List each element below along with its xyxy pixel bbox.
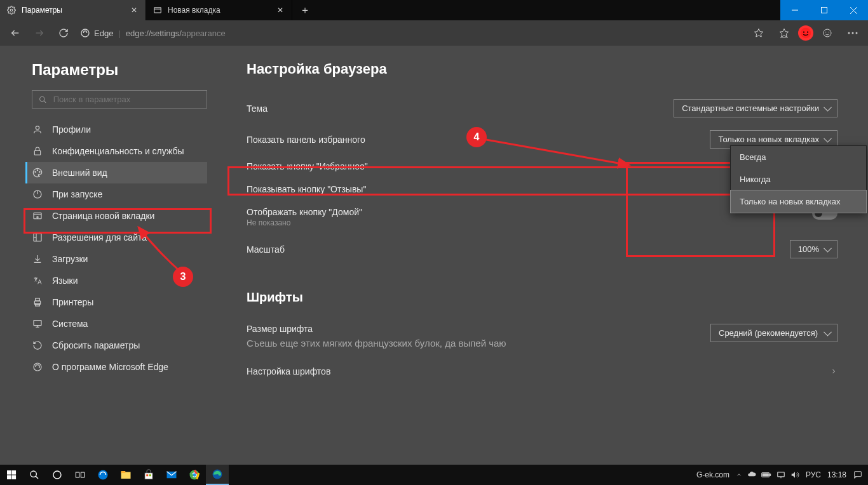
menu-button[interactable] bbox=[841, 22, 864, 44]
onedrive-icon bbox=[747, 470, 756, 479]
system-tray[interactable] bbox=[736, 470, 799, 479]
feedback-button[interactable] bbox=[816, 22, 839, 44]
feedback-label: Показывать кнопку "Отзывы" bbox=[247, 184, 366, 194]
zoom-select[interactable]: 100% bbox=[790, 240, 837, 258]
taskbar-time[interactable]: 13:18 bbox=[827, 470, 846, 479]
theme-select[interactable]: Стандартные системные настройки bbox=[674, 99, 837, 117]
search-input[interactable] bbox=[53, 95, 200, 104]
refresh-button[interactable] bbox=[52, 22, 75, 44]
svg-rect-50 bbox=[11, 470, 16, 475]
favbar-label: Показать панель избранного bbox=[247, 135, 365, 145]
svg-point-24 bbox=[36, 126, 39, 130]
chevron-up-icon bbox=[736, 472, 742, 478]
svg-rect-4 bbox=[822, 8, 827, 13]
maximize-button[interactable] bbox=[810, 0, 839, 20]
dropdown-option-always[interactable]: Всегда bbox=[731, 146, 866, 168]
window-controls bbox=[780, 0, 868, 20]
section-title: Настройка браузера bbox=[247, 61, 837, 77]
fontsize-label: Размер шрифта bbox=[247, 324, 506, 334]
taskbar-search[interactable] bbox=[23, 465, 46, 485]
fontsize-select[interactable]: Средний (рекомендуется) bbox=[710, 324, 837, 342]
close-window-button[interactable] bbox=[839, 0, 868, 20]
taskview-button[interactable] bbox=[69, 465, 92, 485]
svg-point-28 bbox=[39, 171, 40, 172]
sidebar-item-about[interactable]: О программе Microsoft Edge bbox=[25, 356, 207, 378]
url-text: edge://settings/appearance bbox=[126, 29, 226, 38]
new-tab-button[interactable]: ＋ bbox=[292, 0, 318, 20]
favorites-list-button[interactable] bbox=[773, 22, 796, 44]
taskbar-lang[interactable]: РУС bbox=[806, 470, 821, 479]
dropdown-option-never[interactable]: Никогда bbox=[731, 168, 866, 190]
svg-rect-43 bbox=[34, 321, 41, 326]
cortana-button[interactable] bbox=[46, 465, 69, 485]
svg-point-46 bbox=[34, 363, 41, 371]
settings-search[interactable] bbox=[32, 90, 207, 109]
sidebar-item-profiles[interactable]: Профили bbox=[25, 119, 207, 140]
profile-avatar[interactable] bbox=[798, 25, 813, 41]
tab-label: Параметры bbox=[22, 6, 124, 15]
taskbar-explorer[interactable] bbox=[114, 465, 137, 485]
svg-point-21 bbox=[856, 32, 858, 34]
search-icon bbox=[39, 95, 47, 104]
forward-button[interactable] bbox=[28, 22, 51, 44]
sidebar-item-reset[interactable]: Сбросить параметры bbox=[25, 335, 207, 356]
sidebar-title: Параметры bbox=[32, 61, 207, 79]
sidebar-item-newtab[interactable]: Страница новой вкладки bbox=[25, 205, 207, 227]
tab-settings[interactable]: Параметры ✕ bbox=[0, 0, 146, 20]
sidebar-item-privacy[interactable]: Конфиденциальность и службы bbox=[25, 140, 207, 162]
taskbar-edge-running[interactable] bbox=[206, 465, 229, 485]
home-sub: Не показано bbox=[247, 218, 362, 227]
address-bar[interactable]: Edge | edge://settings/appearance bbox=[80, 28, 226, 38]
svg-rect-61 bbox=[145, 473, 153, 479]
close-icon[interactable]: ✕ bbox=[275, 5, 285, 15]
sidebar-item-system[interactable]: Система bbox=[25, 313, 207, 335]
appearance-icon bbox=[32, 167, 43, 178]
sidebar-item-permissions[interactable]: Разрешения для сайта bbox=[25, 227, 207, 248]
chevron-right-icon bbox=[830, 368, 837, 375]
power-icon bbox=[32, 189, 43, 200]
annotation-badge-4: 4 bbox=[466, 127, 487, 147]
tab-newtab[interactable]: Новая вкладка ✕ bbox=[146, 0, 292, 20]
close-icon[interactable]: ✕ bbox=[129, 5, 139, 15]
main-content: Параметры Профили Конфиденциальность и с… bbox=[0, 46, 868, 465]
svg-point-18 bbox=[829, 32, 829, 32]
minimize-button[interactable] bbox=[780, 0, 810, 20]
user-icon bbox=[32, 124, 43, 135]
svg-rect-60 bbox=[121, 471, 126, 473]
svg-rect-49 bbox=[7, 470, 11, 475]
newtab-icon bbox=[153, 5, 163, 15]
zoom-row: Масштаб 100% bbox=[247, 234, 837, 265]
favorite-button[interactable] bbox=[747, 22, 770, 44]
sidebar-item-appearance[interactable]: Внешний вид bbox=[25, 162, 207, 183]
notifications-icon[interactable] bbox=[853, 470, 863, 480]
svg-point-0 bbox=[10, 9, 13, 11]
tab-label: Новая вкладка bbox=[168, 6, 270, 15]
fontsize-row: Размер шрифта Съешь еще этих мягких фран… bbox=[247, 317, 837, 355]
taskbar-edge-legacy[interactable] bbox=[92, 465, 114, 485]
sidebar-item-printers[interactable]: Принтеры bbox=[25, 291, 207, 313]
svg-rect-25 bbox=[34, 150, 40, 155]
taskbar-chrome[interactable] bbox=[183, 465, 206, 485]
taskbar-mail[interactable] bbox=[160, 465, 183, 485]
battery-icon bbox=[761, 471, 771, 479]
sidebar-item-startup[interactable]: При запуске bbox=[25, 183, 207, 205]
svg-marker-11 bbox=[780, 29, 788, 37]
fontcustom-row[interactable]: Настройка шрифтов bbox=[247, 360, 837, 383]
start-button[interactable] bbox=[0, 465, 23, 485]
volume-icon bbox=[790, 470, 799, 479]
dropdown-option-newtabs[interactable]: Только на новых вкладках bbox=[730, 190, 867, 213]
system-icon bbox=[32, 318, 43, 329]
theme-label: Тема bbox=[247, 103, 268, 114]
svg-point-26 bbox=[35, 171, 36, 172]
wifi-icon bbox=[776, 470, 785, 479]
taskbar-store[interactable] bbox=[137, 465, 160, 485]
back-button[interactable] bbox=[4, 22, 27, 44]
taskbar-site: G-ek.com bbox=[696, 470, 729, 479]
svg-point-20 bbox=[852, 32, 854, 34]
annotation-badge-3: 3 bbox=[173, 267, 193, 287]
printer-icon bbox=[32, 296, 43, 308]
svg-rect-57 bbox=[81, 472, 84, 477]
toolbar: Edge | edge://settings/appearance bbox=[0, 20, 868, 46]
windows-taskbar: G-ek.com РУС 13:18 bbox=[0, 465, 868, 485]
fonts-title: Шрифты bbox=[247, 290, 837, 305]
